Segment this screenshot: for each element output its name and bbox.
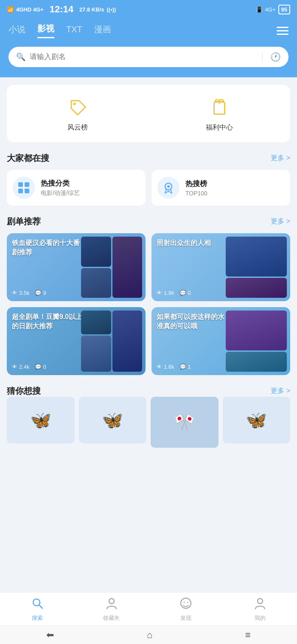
views-2: 👁 2.4k bbox=[12, 364, 30, 370]
playlist-card-3[interactable]: 如果都可以按这样的水准真的可以哦 👁 1.6k 💬 1 bbox=[151, 307, 290, 375]
guess-search-header: 猜你想搜 更多 > bbox=[7, 385, 290, 397]
svg-rect-5 bbox=[25, 189, 29, 193]
search-input[interactable] bbox=[30, 53, 255, 61]
mine-nav-label: 我的 bbox=[255, 614, 266, 622]
poster-box-2a bbox=[81, 311, 111, 334]
comments-0: 💬 9 bbox=[35, 290, 46, 296]
search-nav-icon bbox=[31, 597, 44, 613]
search-bar[interactable]: 🔍 🕐 bbox=[8, 47, 289, 67]
svg-rect-2 bbox=[18, 182, 23, 187]
svg-rect-4 bbox=[18, 189, 23, 193]
comment-icon-1: 💬 bbox=[179, 290, 186, 296]
tab-novel[interactable]: 小说 bbox=[8, 24, 25, 38]
tab-comic[interactable]: 漫画 bbox=[94, 24, 111, 38]
svg-point-13 bbox=[187, 602, 188, 603]
hot-search-category[interactable]: 热搜分类 电影/动漫/综艺 bbox=[7, 170, 146, 206]
playlist-card-1[interactable]: 照射出众生的人相 👁 1.9k 💬 0 bbox=[151, 233, 290, 301]
playlist-card-3-title: 如果都可以按这样的水准真的可以哦 bbox=[157, 312, 227, 330]
discover-nav-label: 发现 bbox=[180, 614, 191, 622]
category-title: 热搜分类 bbox=[41, 178, 80, 188]
home-button[interactable]: ⌂ bbox=[147, 630, 152, 641]
category-sub: 电影/动漫/综艺 bbox=[41, 189, 80, 197]
nav-discover[interactable]: 发现 bbox=[171, 597, 201, 622]
nav-search[interactable]: 搜索 bbox=[22, 597, 52, 622]
gift-icon bbox=[207, 95, 231, 119]
playlist-card-0[interactable]: 铁血硬汉必看的十大番剧推荐 👁 3.5k 💬 9 bbox=[7, 233, 146, 301]
svg-point-1 bbox=[219, 102, 221, 104]
tab-txt[interactable]: TXT bbox=[66, 25, 82, 37]
quick-action-fengyun[interactable]: 风云榜 bbox=[7, 95, 148, 132]
guess-item-0[interactable]: 🦋 bbox=[7, 397, 75, 443]
poster-box-1a bbox=[226, 237, 287, 277]
eye-icon-1: 👁 bbox=[157, 290, 162, 296]
recents-button[interactable]: ≡ bbox=[245, 630, 251, 641]
status-time: 12:14 bbox=[50, 4, 73, 15]
hot-search-header: 大家都在搜 更多 > bbox=[7, 153, 290, 164]
nav-favorites[interactable]: 收藏夹 bbox=[97, 597, 126, 622]
guess-item-3[interactable]: 🦋 bbox=[223, 397, 291, 443]
status-bar: 📶 4GHD 4G+ 12:14 27.8 KB/s ((•)) 📳 4G+ 9… bbox=[0, 0, 297, 19]
guess-item-1[interactable]: 🦋 bbox=[79, 397, 147, 443]
search-bar-wrap: 🔍 🕐 bbox=[0, 47, 297, 77]
guess-search-more[interactable]: 更多 > bbox=[271, 387, 290, 395]
svg-point-7 bbox=[167, 185, 170, 188]
quick-actions-card: 风云榜 福利中心 bbox=[7, 85, 290, 142]
header: 小说 影视 TXT 漫画 bbox=[0, 19, 297, 47]
comments-3: 💬 1 bbox=[179, 364, 191, 370]
comments-1: 💬 0 bbox=[179, 290, 191, 296]
playlist-header: 剧单推荐 更多 > bbox=[7, 216, 290, 227]
discover-nav-icon bbox=[179, 597, 192, 613]
favorites-nav-label: 收藏夹 bbox=[103, 614, 120, 622]
poster-box-3b bbox=[226, 352, 287, 372]
guess-search-title: 猜你想搜 bbox=[7, 385, 41, 397]
poster-col-4 bbox=[112, 311, 142, 372]
signal-icon: 📶 bbox=[7, 6, 14, 13]
playlist-card-2[interactable]: 超全剧单！豆瓣9.0以上的日剧大推荐 👁 2.4k 💬 0 bbox=[7, 307, 146, 375]
poster-stack-3 bbox=[226, 311, 287, 372]
playlist-more[interactable]: 更多 > bbox=[271, 217, 290, 226]
eye-icon-3: 👁 bbox=[157, 364, 162, 370]
sys-nav: ⬅ ⌂ ≡ bbox=[0, 625, 297, 644]
status-left: 📶 4GHD 4G+ 12:14 27.8 KB/s ((•)) bbox=[7, 4, 116, 15]
search-icon: 🔍 bbox=[16, 52, 25, 62]
vibrate-icon: ((•)) bbox=[107, 6, 116, 13]
history-icon[interactable]: 🕐 bbox=[270, 52, 281, 62]
playlist-card-1-title: 照射出众生的人相 bbox=[157, 238, 227, 248]
status-right: 📳 4G+ 95 bbox=[256, 5, 290, 14]
vibrate-icon2: 📳 bbox=[256, 6, 263, 13]
hot-search-top100[interactable]: 热搜榜 TOP100 bbox=[151, 170, 290, 206]
poster-box-3a bbox=[226, 311, 287, 350]
playlist-card-2-title: 超全剧单！豆瓣9.0以上的日剧大推荐 bbox=[12, 312, 83, 330]
svg-point-14 bbox=[258, 599, 263, 604]
category-icon bbox=[13, 177, 35, 199]
eye-icon-0: 👁 bbox=[12, 290, 17, 296]
search-nav-label: 搜索 bbox=[32, 614, 43, 622]
bottom-nav: 搜索 收藏夹 发现 我的 bbox=[0, 592, 297, 625]
guess-grid: 🦋 🦋 🎌 🦋 bbox=[7, 397, 290, 448]
signal-label: 4GHD 4G+ bbox=[16, 6, 44, 13]
tab-video[interactable]: 影视 bbox=[37, 23, 54, 38]
poster-stack-0 bbox=[81, 237, 142, 298]
svg-line-9 bbox=[39, 605, 42, 608]
views-1: 👁 1.9k bbox=[157, 290, 174, 296]
hot-search-row: 热搜分类 电影/动漫/综艺 热搜榜 TOP100 bbox=[7, 170, 290, 206]
playlist-card-0-title: 铁血硬汉必看的十大番剧推荐 bbox=[12, 238, 83, 257]
main-content: 风云榜 福利中心 大家都在搜 更多 > bbox=[0, 77, 297, 499]
hot-search-more[interactable]: 更多 > bbox=[271, 154, 290, 163]
menu-button[interactable] bbox=[277, 27, 289, 35]
comment-icon-3: 💬 bbox=[179, 364, 186, 370]
guess-item-2[interactable]: 🎌 bbox=[151, 397, 219, 448]
comment-icon-2: 💬 bbox=[35, 364, 42, 370]
speed-label: 27.8 KB/s bbox=[79, 6, 104, 13]
back-button[interactable]: ⬅ bbox=[46, 630, 54, 641]
nav-tabs: 小说 影视 TXT 漫画 bbox=[8, 23, 289, 38]
nav-mine[interactable]: 我的 bbox=[245, 597, 275, 622]
poster-box-2b bbox=[81, 336, 111, 372]
svg-point-10 bbox=[109, 599, 114, 604]
poster-box-2c bbox=[112, 311, 142, 372]
network-icon: 4G+ bbox=[265, 6, 276, 13]
top100-text: 热搜榜 TOP100 bbox=[185, 179, 207, 197]
search-divider bbox=[262, 52, 263, 62]
quick-action-fuli[interactable]: 福利中心 bbox=[148, 95, 290, 132]
guess-emoji-1: 🦋 bbox=[102, 410, 123, 430]
